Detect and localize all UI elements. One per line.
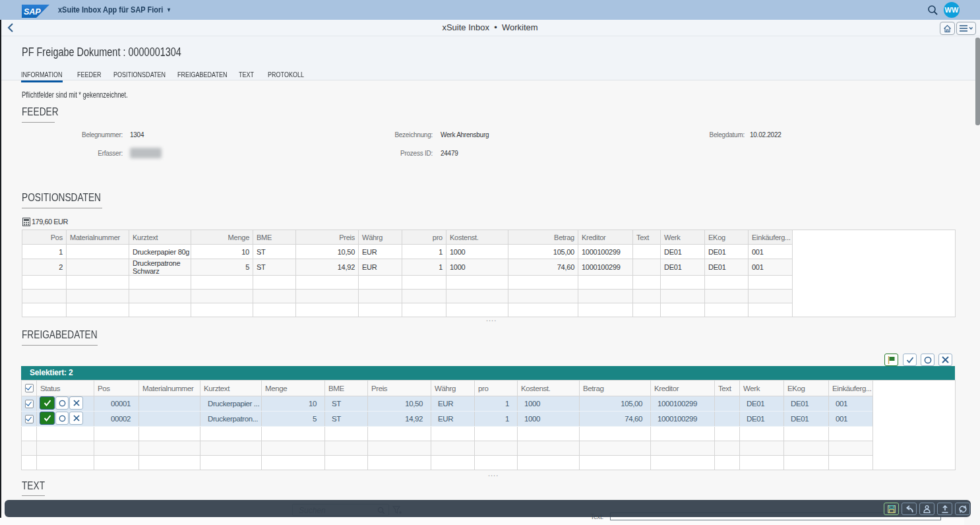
svg-text:SAP: SAP	[24, 7, 41, 16]
